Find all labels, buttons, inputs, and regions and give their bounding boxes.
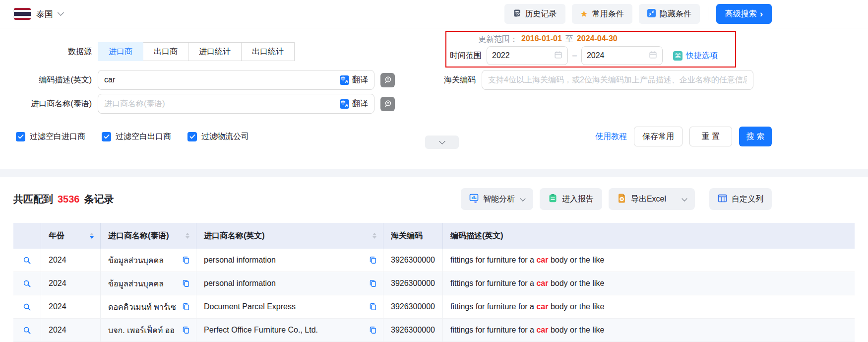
tutorial-link[interactable]: 使用教程 — [595, 132, 627, 142]
code-desc-cell: fittings for furniture for a car body or… — [450, 256, 604, 265]
exact-match-icon[interactable] — [380, 73, 395, 87]
customize-columns-label: 自定义列 — [732, 194, 763, 205]
sort-icon[interactable] — [372, 233, 376, 239]
table-row[interactable]: 2024 ข้อมูลส่วนบุคคล personal informatio… — [13, 249, 855, 272]
tab-importer[interactable]: 进口商 — [98, 42, 143, 61]
enter-report-label: 进入报告 — [562, 194, 594, 205]
tab-export-stats[interactable]: 出口统计 — [241, 42, 295, 61]
checkbox-label: 过滤空白进口商 — [30, 132, 85, 142]
command-icon: ⌘ — [673, 51, 682, 61]
calendar-icon — [649, 51, 657, 61]
view-detail-icon[interactable] — [23, 279, 31, 288]
highlight-keyword: car — [536, 279, 548, 287]
expand-more-button[interactable] — [425, 136, 459, 149]
save-favorite-button[interactable]: 保存常用 — [634, 127, 682, 146]
smart-analysis-button[interactable]: BI 智能分析 — [461, 188, 533, 210]
summary-suffix: 条记录 — [84, 193, 114, 206]
calendar-icon — [554, 51, 562, 61]
translate-icon: 中A — [340, 99, 349, 109]
enter-report-button[interactable]: 进入报告 — [540, 188, 602, 210]
code-desc-cell: fittings for furniture for a car body or… — [450, 326, 604, 335]
tab-exporter[interactable]: 出口商 — [143, 42, 188, 61]
hide-conditions-button[interactable]: 隐藏条件 — [639, 4, 700, 24]
view-detail-icon[interactable] — [23, 256, 31, 265]
importer-en-cell: personal information — [204, 256, 276, 265]
table-header-row: 年份 进口商名称(泰语) 进口商名称(英文) 海关编码 编码描述(英文) — [13, 223, 855, 249]
results-section: 共匹配到 3536 条记录 BI 智能分析 进入报告 导出Excel 自定义列 — [0, 188, 868, 342]
translate-button[interactable]: 中A 翻译 — [340, 75, 368, 85]
favorites-button[interactable]: ★ 常用条件 — [572, 4, 632, 24]
hs-code-field[interactable] — [482, 70, 753, 90]
table-row[interactable]: 2024 บจก. เพอร์เฟ็คท์ ออ Perfect Office … — [13, 319, 855, 342]
copy-icon[interactable] — [369, 256, 377, 264]
importer-name-field[interactable]: 中A 翻译 — [98, 94, 374, 114]
quick-options-button[interactable]: ⌘ 快捷选项 — [673, 51, 718, 61]
topbar: 泰国 历史记录 ★ 常用条件 隐藏条件 高级搜索 › — [0, 0, 868, 28]
customize-columns-button[interactable]: 自定义列 — [709, 188, 772, 210]
filter-logistics-checkbox[interactable]: 过滤物流公司 — [187, 132, 249, 142]
history-button[interactable]: 历史记录 — [504, 4, 565, 24]
importer-en-cell: Document Parcel Express — [204, 302, 296, 311]
history-icon — [513, 9, 521, 19]
copy-icon[interactable] — [182, 256, 190, 264]
end-year-input[interactable] — [587, 51, 649, 60]
copy-icon[interactable] — [182, 326, 190, 334]
section-divider — [0, 169, 868, 177]
view-detail-icon[interactable] — [23, 326, 31, 335]
year-cell: 2024 — [49, 279, 66, 288]
view-detail-icon[interactable] — [23, 303, 31, 311]
smart-analysis-label: 智能分析 — [483, 194, 515, 205]
header-importer-thai[interactable]: 进口商名称(泰语) — [100, 223, 196, 249]
code-desc-field[interactable]: 中A 翻译 — [98, 70, 374, 90]
filter-blank-exporter-checkbox[interactable]: 过滤空白出口商 — [102, 132, 171, 142]
exact-match-icon[interactable] — [380, 97, 395, 111]
header-code-desc: 编码描述(英文) — [442, 223, 855, 249]
excel-export-icon — [617, 194, 626, 205]
update-range-end: 2024-04-30 — [577, 34, 618, 45]
importer-name-input[interactable] — [104, 99, 340, 108]
copy-icon[interactable] — [182, 279, 190, 287]
advanced-search-button[interactable]: 高级搜索 › — [716, 4, 772, 24]
highlight-keyword: car — [536, 326, 548, 334]
chevron-down-icon[interactable] — [58, 9, 64, 16]
update-range-to: 至 — [565, 34, 573, 45]
chevron-down-icon[interactable] — [682, 196, 687, 201]
code-desc-cell: fittings for furniture for a car body or… — [450, 279, 604, 288]
table-columns-icon — [718, 194, 727, 205]
favorites-label: 常用条件 — [592, 9, 624, 19]
filter-blank-importer-checkbox[interactable]: 过滤空白进口商 — [16, 132, 85, 142]
start-year-input[interactable] — [492, 51, 554, 60]
header-hs-code: 海关编码 — [383, 223, 442, 249]
copy-icon[interactable] — [369, 303, 377, 311]
divider — [708, 7, 708, 20]
copy-icon[interactable] — [182, 303, 190, 311]
translate-button[interactable]: 中A 翻译 — [340, 99, 368, 109]
report-icon — [548, 194, 558, 205]
importer-en-cell: Perfect Office Furniture Co., Ltd. — [204, 326, 318, 335]
start-year-field[interactable] — [487, 46, 568, 65]
time-range-label: 时间范围 — [450, 51, 482, 61]
search-button[interactable]: 搜 索 — [739, 127, 772, 146]
importer-thai-cell: ข้อมูลส่วนบุคคล — [108, 254, 164, 267]
sort-icon[interactable] — [90, 233, 94, 239]
country-selector-label[interactable]: 泰国 — [36, 8, 53, 20]
tab-import-stats[interactable]: 进口统计 — [188, 42, 242, 61]
thailand-flag-icon — [14, 8, 31, 20]
hs-code-cell: 3926300000 — [391, 326, 435, 335]
header-importer-en[interactable]: 进口商名称(英文) — [196, 223, 383, 249]
header-expand-column — [13, 223, 41, 249]
checkbox-label: 过滤空白出口商 — [116, 132, 171, 142]
checkbox-checked-icon — [102, 132, 111, 141]
code-desc-input[interactable] — [104, 75, 340, 84]
copy-icon[interactable] — [369, 279, 377, 287]
table-row[interactable]: 2024 ดอคคิวเมนท์ พาร์เซ Document Parcel … — [13, 295, 855, 319]
header-year[interactable]: 年份 — [41, 223, 100, 249]
copy-icon[interactable] — [369, 326, 377, 334]
sort-icon[interactable] — [186, 233, 189, 239]
time-range-highlight-box: 更新范围： 2016-01-01 至 2024-04-30 时间范围 – ⌘ 快… — [445, 31, 736, 68]
end-year-field[interactable] — [581, 46, 663, 65]
export-excel-button[interactable]: 导出Excel — [609, 188, 695, 210]
hs-code-input[interactable] — [488, 75, 747, 84]
reset-button[interactable]: 重 置 — [689, 127, 732, 146]
table-row[interactable]: 2024 ข้อมูลส่วนบุคคล personal informatio… — [13, 272, 855, 295]
